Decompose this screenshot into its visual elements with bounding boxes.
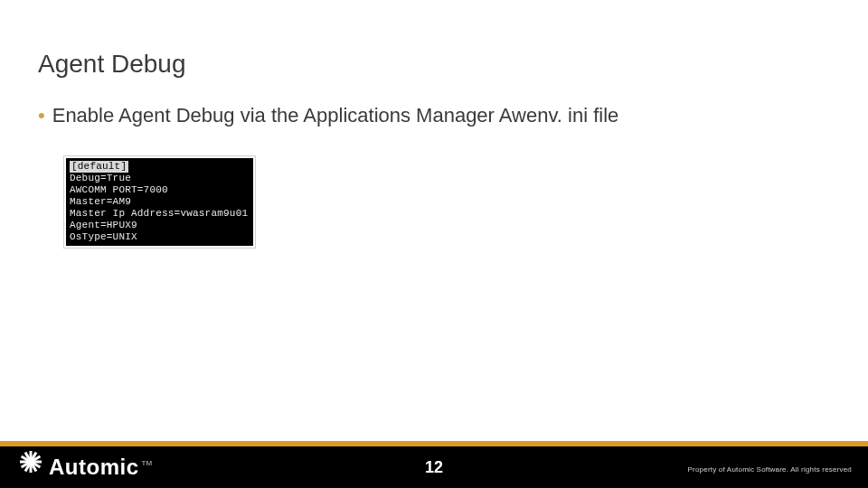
slide: Agent Debug •Enable Agent Debug via the … (0, 0, 868, 488)
terminal-line: OsType=UNIX (70, 231, 137, 242)
terminal-line: Master Ip Address=vwasram9u01 (70, 208, 248, 219)
trademark-symbol: TM (142, 459, 153, 467)
burst-icon (18, 449, 43, 474)
logo-text: Automic (49, 455, 139, 480)
bullet-dot-icon: • (38, 104, 45, 127)
slide-title: Agent Debug (38, 50, 185, 79)
brand-logo: Automic TM (18, 449, 152, 480)
bullet-text: Enable Agent Debug via the Applications … (52, 104, 619, 127)
bullet-item: •Enable Agent Debug via the Applications… (38, 104, 618, 127)
terminal-header: [default] (70, 161, 128, 173)
terminal-line: AWCOMM PORT=7000 (70, 184, 168, 195)
terminal-line: Agent=HPUX9 (70, 220, 137, 230)
footer-bar: Automic TM 12 Property of Automic Softwa… (0, 446, 868, 488)
copyright-text: Property of Automic Software. All rights… (688, 465, 852, 474)
page-number: 12 (425, 458, 443, 477)
terminal-screenshot: [default] Debug=True AWCOMM PORT=7000 Ma… (63, 155, 256, 249)
terminal-content: [default] Debug=True AWCOMM PORT=7000 Ma… (66, 158, 253, 246)
terminal-line: Debug=True (70, 173, 131, 183)
terminal-line: Master=AM9 (70, 196, 131, 207)
